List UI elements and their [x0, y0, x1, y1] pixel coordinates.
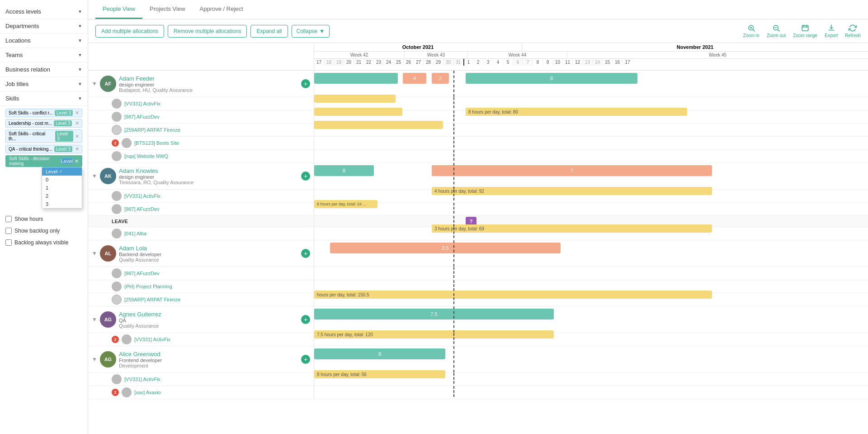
day-20: 20 — [344, 59, 354, 66]
day-nov-15: 15 — [603, 59, 613, 66]
sidebar-item-teams[interactable]: Teams ▼ — [0, 48, 88, 62]
person-name-agnes-gutierrez[interactable]: Agnes Gutierrez — [119, 311, 298, 318]
skill-remove-4[interactable]: ✕ — [75, 146, 79, 152]
badge-agnes-vv331: 2 — [112, 336, 119, 343]
today-line — [453, 190, 454, 200]
sidebar-item-departments[interactable]: Departments ▼ — [0, 19, 88, 33]
gantt-name-header — [88, 43, 314, 70]
add-multiple-button[interactable]: Add multiple allocations — [95, 25, 164, 38]
month-november: November 2021 — [522, 43, 868, 51]
expand-all-button[interactable]: Expand all — [250, 25, 288, 38]
add-allocation-alice-greenwod[interactable]: + — [301, 355, 310, 364]
export-button[interactable]: Export — [825, 24, 838, 38]
project-name-987-lola[interactable]: [987] AFuzzDev — [124, 271, 160, 276]
day-26: 26 — [404, 59, 414, 66]
gantt-container[interactable]: October 2021 November 2021 Week 42 Week … — [88, 43, 868, 434]
project-name-vv331-alice[interactable]: [VV331] ActivFix — [124, 377, 160, 382]
show-hours-checkbox[interactable] — [5, 216, 12, 222]
tab-people-view[interactable]: People View — [95, 0, 142, 19]
bar-area-ph-lola — [314, 280, 868, 291]
level-option-2[interactable]: 2 — [42, 192, 82, 200]
skill-tag-1[interactable]: Soft Skills - conflict r... Level 3 ✕ — [5, 109, 82, 117]
today-line — [453, 346, 454, 372]
sidebar-item-skills[interactable]: Skills ▼ — [0, 91, 88, 106]
project-avatar-vv331 — [112, 99, 122, 109]
remove-multiple-button[interactable]: Remove multiple allocations — [168, 25, 247, 38]
collapse-icon-adam-feeder[interactable]: ▼ — [92, 81, 97, 87]
skill-tag-4[interactable]: QA - critical thinking... Level 3 ✕ — [5, 145, 82, 153]
chevron-down-icon: ▼ — [78, 67, 82, 72]
collapse-icon-adam-lola[interactable]: ▼ — [92, 250, 97, 257]
person-name-alice-greenwod[interactable]: Alice Greenwod — [119, 351, 298, 358]
skill-remove-3[interactable]: ✕ — [75, 134, 79, 139]
project-name-boots-feeder[interactable]: [BTS123] Boots Site — [134, 140, 179, 146]
sidebar-item-access-levels[interactable]: Access levels ▼ — [0, 5, 88, 19]
skill-level-btn-4[interactable]: Level 3 — [54, 146, 72, 152]
zoom-range-button[interactable]: Zoom range — [793, 24, 817, 38]
skill-remove-2[interactable]: ✕ — [75, 120, 79, 126]
sidebar-item-business-relation[interactable]: Business relation ▼ — [0, 62, 88, 77]
add-allocation-adam-feeder[interactable]: + — [301, 79, 310, 88]
bar-teal-8: 8 — [466, 73, 637, 84]
person-name-adam-feeder[interactable]: Adam Feeder — [119, 75, 298, 82]
backlog-visible-checkbox[interactable] — [5, 239, 12, 246]
project-name-vv331-agnes[interactable]: [VV331] ActivFix — [134, 337, 170, 342]
project-name-arpat-lola[interactable]: [259ARP] ARPAT Firenze — [124, 297, 180, 302]
zoom-out-label: Zoom out — [767, 33, 786, 38]
person-role-adam-lola: Backend developer — [119, 252, 298, 257]
project-name-nqa-feeder[interactable]: [nqa] Website NWQ — [124, 153, 168, 159]
skill-level-btn-2[interactable]: Level 3 — [54, 120, 72, 126]
refresh-button[interactable]: Refresh — [845, 24, 861, 38]
sidebar-item-locations[interactable]: Locations ▼ — [0, 33, 88, 48]
project-name-xax-alice[interactable]: [xax] Axaxio — [134, 390, 161, 395]
today-line — [453, 373, 454, 384]
zoom-in-button[interactable]: Zoom in — [743, 24, 760, 38]
skill-tag-3[interactable]: Soft Skills - critical th... Level 3 ✕ — [5, 129, 82, 143]
collapse-icon-alice[interactable]: ▼ — [92, 356, 97, 362]
today-line — [453, 110, 454, 121]
day-nov-4: 4 — [493, 59, 503, 66]
project-name-vv331-feeder[interactable]: [VV331] ActivFix — [124, 101, 160, 106]
person-name-adam-knowles[interactable]: Adam Knowles — [119, 167, 298, 174]
tab-projects-view[interactable]: Projects View — [142, 0, 193, 19]
bar-area-vv331-knowles: 4 hours per day, total: 92 — [314, 190, 868, 200]
project-name-vv331-knowles[interactable]: [VV331] ActivFix — [124, 193, 160, 199]
add-allocation-adam-lola[interactable]: + — [301, 249, 310, 258]
level-option-3[interactable]: 3 — [42, 200, 82, 208]
level-selected[interactable]: Level ✓ — [42, 167, 82, 176]
level-option-1[interactable]: 1 — [42, 184, 82, 192]
skill-tag-2[interactable]: Leadership - cost m... Level 3 ✕ — [5, 119, 82, 128]
add-allocation-adam-knowles[interactable]: + — [301, 172, 310, 181]
project-name-041-knowles[interactable]: [041] Alba — [124, 231, 146, 236]
skill-active-remove[interactable]: ✕ — [75, 158, 79, 164]
skill-tag-active[interactable]: Soft Skills - decision making Level ✕ — [5, 155, 82, 167]
skill-remove-1[interactable]: ✕ — [75, 110, 79, 116]
day-25: 25 — [394, 59, 404, 66]
project-name-ph-lola[interactable]: (PH) Project Planning — [124, 284, 172, 289]
project-name-987-knowles[interactable]: [987] AFuzzDev — [124, 206, 160, 212]
tab-approve-reject[interactable]: Approve / Reject — [193, 0, 250, 19]
project-avatar-arpat — [112, 125, 122, 135]
show-backlog-checkbox[interactable] — [5, 228, 12, 234]
project-name-arpat-feeder[interactable]: [259ARP] ARPAT Firenze — [124, 127, 180, 133]
skill-level-btn-3[interactable]: Level 3 — [55, 131, 73, 142]
person-name-adam-lola[interactable]: Adam Lola — [119, 245, 298, 252]
collapse-button[interactable]: Collapse ▼ — [292, 25, 330, 38]
avatar-adam-feeder: AF — [100, 76, 116, 92]
skills-label: Skills — [5, 95, 19, 102]
skill-level-btn-1[interactable]: Level 3 — [55, 110, 73, 116]
project-name-987-feeder[interactable]: [987] AFuzzDev — [124, 114, 160, 119]
project-row-987-knowles: [987] AFuzzDev 8 hours per day, total: 2… — [88, 203, 868, 216]
sidebar-item-job-titles[interactable]: Job titles ▼ — [0, 77, 88, 91]
level-option-0[interactable]: 0 — [42, 176, 82, 184]
bar-teal-1 — [314, 73, 398, 84]
week-43: Week 43 — [405, 52, 468, 58]
collapse-icon-adam-knowles[interactable]: ▼ — [92, 173, 97, 179]
person-location-agnes-gutierrez: Quality Assurance — [119, 323, 298, 329]
project-cell-arpat-feeder: [259ARP] ARPAT Firenze — [88, 124, 314, 136]
collapse-icon-agnes[interactable]: ▼ — [92, 316, 97, 323]
today-line — [453, 293, 454, 304]
add-allocation-agnes-gutierrez[interactable]: + — [301, 315, 310, 324]
zoom-out-button[interactable]: Zoom out — [767, 24, 786, 38]
skill-active-level-btn[interactable]: Level — [61, 158, 73, 164]
